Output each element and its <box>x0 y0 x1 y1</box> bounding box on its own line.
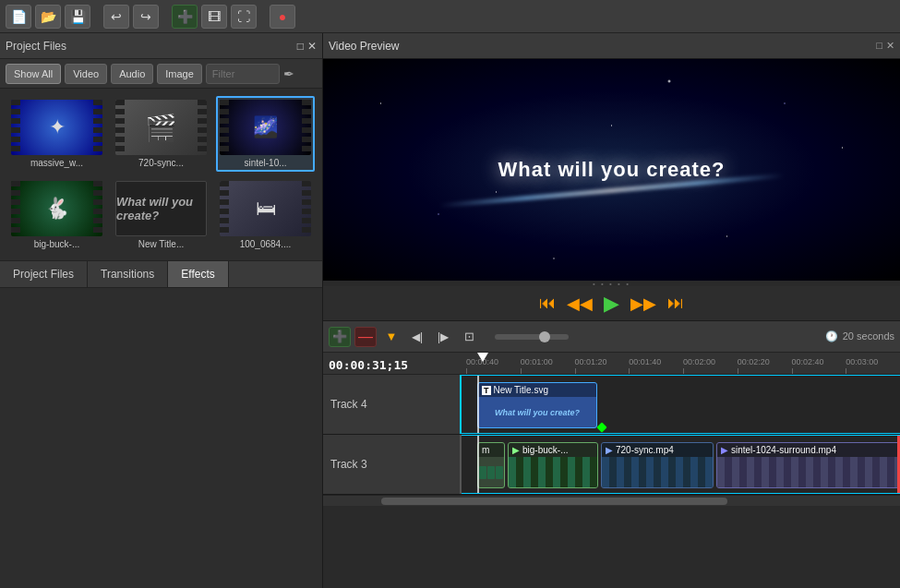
media-item[interactable]: What will you create? New Title... <box>112 177 210 253</box>
media-label: New Title... <box>115 239 207 249</box>
new-button[interactable]: 📄 <box>6 5 31 29</box>
track-row: Track 3 m <box>323 435 900 495</box>
track-row: Track 4 T New Title.svg What will <box>323 375 900 435</box>
media-label: 100_0684.... <box>220 239 311 249</box>
track-container: Track 4 T New Title.svg What will <box>323 375 900 588</box>
keyframe-marker <box>596 422 606 432</box>
tab-project-files[interactable]: Project Files <box>0 261 88 287</box>
zoom-handle[interactable] <box>539 331 550 342</box>
media-label: sintel-10... <box>220 158 311 168</box>
media-thumbnail: 🌌 <box>220 100 311 155</box>
clip-body: What will you create? <box>478 397 596 427</box>
redo-button[interactable]: ↪ <box>133 5 159 29</box>
timeline-area: ➕ — ▼ ◀| |▶ ⊡ 🕐 20 seconds 00:00:31;15 <box>323 321 900 588</box>
clip-title: m <box>478 443 504 457</box>
track-content[interactable]: m <box>462 435 900 494</box>
ruler-mark: 00:02:40 <box>792 357 846 374</box>
right-panel: Video Preview □ ✕ What will you create? … <box>323 33 900 588</box>
go-to-end-button[interactable]: ⏭ <box>667 294 684 313</box>
project-files-header: Project Files □ ✕ <box>0 33 322 59</box>
vp-close-icon[interactable]: ✕ <box>886 40 894 52</box>
horizontal-scrollbar[interactable] <box>323 495 900 506</box>
clip-title: ▶ big-buck-... <box>509 443 597 457</box>
timecode-display: 00:00:31;15 <box>329 358 408 372</box>
playhead-marker <box>477 353 488 362</box>
clip[interactable]: T New Title.svg What will you create? <box>477 382 597 428</box>
add-button[interactable]: ➕ <box>172 5 198 29</box>
vp-maximize-icon[interactable]: □ <box>876 40 882 52</box>
track-label: Track 4 <box>323 375 462 434</box>
rewind-button[interactable]: ◀◀ <box>567 294 593 314</box>
audio-filter-button[interactable]: Audio <box>111 64 153 84</box>
preview-text: What will you create? <box>498 158 726 182</box>
scrollbar-thumb[interactable] <box>381 498 727 505</box>
track-content[interactable]: T New Title.svg What will you create? <box>462 375 900 434</box>
play-button[interactable]: ▶ <box>604 292 619 316</box>
media-grid: ✦ massive_w... 🎬 720-sync... 🌌 sintel-10… <box>0 89 322 260</box>
ruler-mark: 00:01:40 <box>629 357 683 374</box>
track-label: Track 3 <box>323 435 462 494</box>
remove-track-button[interactable]: — <box>354 327 377 347</box>
tab-transitions[interactable]: Transitions <box>88 261 168 287</box>
image-filter-button[interactable]: Image <box>157 64 202 84</box>
next-keyframe-button[interactable]: |▶ <box>432 327 454 347</box>
timeline-ruler: 00:00:31;15 00:00:40 00:01:00 00:01:20 0… <box>323 353 900 375</box>
filter-button[interactable]: ▼ <box>380 327 402 347</box>
ruler-mark: 00:01:00 <box>521 357 575 374</box>
media-thumbnail: 🐇 <box>11 181 102 236</box>
undo-button[interactable]: ↩ <box>103 5 129 29</box>
bottom-tabs: Project Files Transitions Effects <box>0 260 322 288</box>
zoom-slider[interactable] <box>495 334 569 340</box>
export-button[interactable]: 🎞 <box>201 5 227 29</box>
media-thumbnail: 🎬 <box>115 100 207 155</box>
zoom-level: 🕐 20 seconds <box>825 330 894 342</box>
ruler-mark: 00:00:40 <box>466 357 521 374</box>
media-item[interactable]: ✦ massive_w... <box>7 96 106 172</box>
clip[interactable]: ▶ big-buck-... <box>508 442 598 488</box>
media-item[interactable]: 🐇 big-buck-... <box>7 177 106 253</box>
clip[interactable]: m <box>477 442 505 488</box>
go-to-start-button[interactable]: ⏮ <box>539 294 556 313</box>
zoom-control <box>491 334 569 340</box>
save-button[interactable]: 💾 <box>65 5 90 29</box>
toolbar: 📄 📂 💾 ↩ ↪ ➕ 🎞 ⛶ ● <box>0 0 900 33</box>
snap-button[interactable]: ⊡ <box>458 327 480 347</box>
filter-clear-icon[interactable]: ✒ <box>283 66 294 81</box>
clock-icon: 🕐 <box>825 330 838 342</box>
fast-forward-button[interactable]: ▶▶ <box>630 294 656 314</box>
media-item[interactable]: 🎬 720-sync... <box>112 96 210 172</box>
media-label: massive_w... <box>11 158 102 168</box>
filter-bar: Show All Video Audio Image ✒ <box>0 59 322 89</box>
prev-keyframe-button[interactable]: ◀| <box>406 327 428 347</box>
add-track-button[interactable]: ➕ <box>329 327 351 347</box>
clip[interactable]: ▶ 720-sync.mp4 <box>601 442 714 488</box>
video-preview: What will you create? <box>323 59 900 281</box>
ruler-mark: 00:03:00 <box>846 357 900 374</box>
vp-header-icons: □ ✕ <box>876 40 894 52</box>
clip-title: T New Title.svg <box>478 383 596 397</box>
open-button[interactable]: 📂 <box>35 5 61 29</box>
media-label: 720-sync... <box>115 158 207 168</box>
project-files-title: Project Files <box>6 40 66 53</box>
filter-input[interactable] <box>206 64 280 84</box>
clip[interactable]: ▶ sintel-1024-surround.mp4 <box>716 442 900 488</box>
media-thumbnail: ✦ <box>11 100 102 155</box>
media-label: big-buck-... <box>11 239 102 249</box>
clip-body <box>509 457 597 487</box>
fullscreen-button[interactable]: ⛶ <box>231 5 257 29</box>
media-thumbnail: 🛏 <box>220 181 311 236</box>
left-panel: Project Files □ ✕ Show All Video Audio I… <box>0 33 323 588</box>
show-all-button[interactable]: Show All <box>6 64 61 84</box>
maximize-icon[interactable]: □ <box>297 40 304 53</box>
video-filter-button[interactable]: Video <box>65 64 107 84</box>
video-preview-header: Video Preview □ ✕ <box>323 33 900 59</box>
media-thumbnail: What will you create? <box>115 181 207 236</box>
media-item[interactable]: 🛏 100_0684.... <box>216 177 315 253</box>
tab-effects[interactable]: Effects <box>168 261 228 287</box>
media-item[interactable]: 🌌 sintel-10... <box>216 96 315 172</box>
playhead-line <box>477 376 479 433</box>
record-button[interactable]: ● <box>270 5 295 29</box>
ruler-mark: 00:01:20 <box>575 357 630 374</box>
clip-body <box>478 457 504 487</box>
close-icon[interactable]: ✕ <box>307 40 317 53</box>
